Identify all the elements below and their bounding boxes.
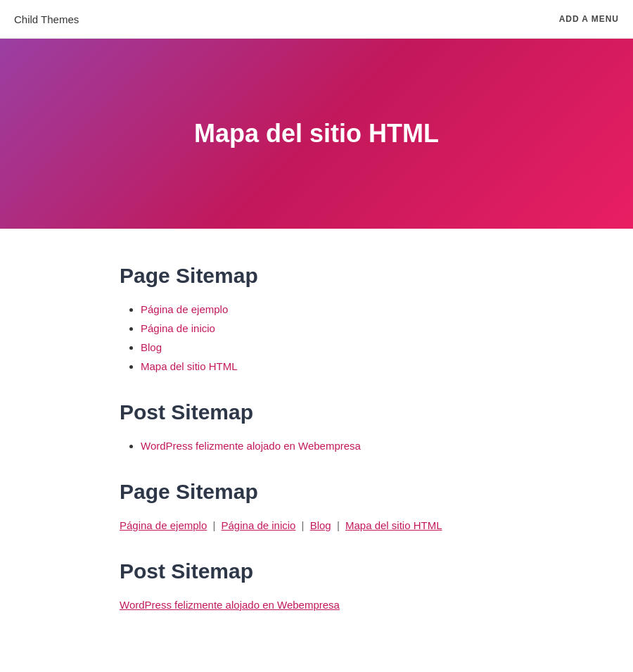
separator: | <box>212 519 215 531</box>
list-item: Blog <box>141 341 513 353</box>
inline-link-mapa[interactable]: Mapa del sitio HTML <box>345 519 442 531</box>
post-inline-link-webempresa[interactable]: WordPress felizmente alojado en Webempre… <box>120 599 340 611</box>
page-link-mapa[interactable]: Mapa del sitio HTML <box>141 360 238 372</box>
page-sitemap-inline-links: Página de ejemplo | Página de inicio | B… <box>120 519 513 531</box>
page-link-inicio[interactable]: Página de inicio <box>141 322 215 334</box>
page-sitemap-inline-heading: Page Sitemap <box>120 480 513 504</box>
page-link-ejemplo[interactable]: Página de ejemplo <box>141 303 228 315</box>
post-sitemap-inline-links: WordPress felizmente alojado en Webempre… <box>120 599 513 611</box>
page-link-blog[interactable]: Blog <box>141 341 162 353</box>
top-bar: Child Themes ADD A MENU <box>0 0 633 39</box>
inline-link-inicio[interactable]: Página de inicio <box>222 519 296 531</box>
hero-title: Mapa del sitio HTML <box>194 119 439 148</box>
main-content: Page Sitemap Página de ejemplo Página de… <box>0 229 633 672</box>
post-link-webempresa[interactable]: WordPress felizmente alojado en Webempre… <box>141 440 361 452</box>
list-item: Página de inicio <box>141 322 513 334</box>
post-sitemap-list: WordPress felizmente alojado en Webempre… <box>120 440 513 452</box>
list-item: Mapa del sitio HTML <box>141 360 513 372</box>
separator: | <box>337 519 340 531</box>
list-item: WordPress felizmente alojado en Webempre… <box>141 440 513 452</box>
page-sitemap-inline-section: Page Sitemap Página de ejemplo | Página … <box>120 480 513 531</box>
post-sitemap-inline-section: Post Sitemap WordPress felizmente alojad… <box>120 559 513 611</box>
post-sitemap-heading: Post Sitemap <box>120 400 513 424</box>
hero-banner: Mapa del sitio HTML <box>0 39 633 229</box>
inline-link-ejemplo[interactable]: Página de ejemplo <box>120 519 207 531</box>
post-sitemap-inline-heading: Post Sitemap <box>120 559 513 583</box>
inline-link-blog[interactable]: Blog <box>310 519 331 531</box>
page-sitemap-section: Page Sitemap Página de ejemplo Página de… <box>120 264 513 372</box>
list-item: Página de ejemplo <box>141 303 513 315</box>
site-logo: Child Themes <box>14 13 79 25</box>
add-menu-button[interactable]: ADD A MENU <box>559 14 619 24</box>
page-sitemap-list: Página de ejemplo Página de inicio Blog … <box>120 303 513 372</box>
page-sitemap-heading: Page Sitemap <box>120 264 513 288</box>
separator: | <box>302 519 305 531</box>
post-sitemap-section: Post Sitemap WordPress felizmente alojad… <box>120 400 513 452</box>
